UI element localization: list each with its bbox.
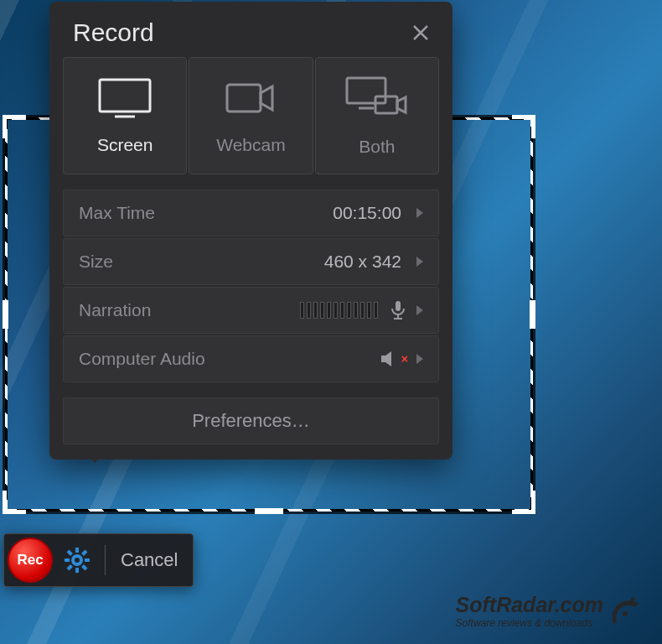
- svg-line-17: [68, 566, 72, 570]
- preferences-button[interactable]: Preferences…: [63, 397, 439, 444]
- svg-rect-0: [100, 80, 150, 112]
- recorder-toolbar: Rec Cancel: [3, 533, 194, 587]
- cancel-label: Cancel: [121, 549, 178, 570]
- source-webcam-label: Webcam: [216, 135, 285, 155]
- record-button[interactable]: Rec: [8, 538, 53, 583]
- capture-handle-bottom[interactable]: [255, 508, 283, 514]
- row-size[interactable]: Size 460 x 342: [63, 238, 439, 285]
- gear-icon: [63, 546, 91, 574]
- watermark-subtitle: Software reviews & downloads: [456, 617, 603, 629]
- size-value: 460 x 342: [324, 252, 401, 272]
- satellite-icon: [608, 594, 644, 629]
- narration-label: Narration: [79, 300, 151, 320]
- max-time-label: Max Time: [79, 203, 155, 223]
- capture-handle-left[interactable]: [3, 300, 8, 329]
- svg-rect-6: [396, 301, 401, 311]
- speaker-muted-icon: ×: [380, 351, 408, 367]
- chevron-right-icon: [416, 208, 423, 218]
- settings-button[interactable]: [59, 543, 95, 578]
- record-panel: Record Screen Webcam: [49, 2, 453, 460]
- both-icon: [344, 75, 411, 122]
- chevron-right-icon: [416, 305, 423, 315]
- close-button[interactable]: [411, 23, 431, 43]
- narration-levels: [300, 302, 378, 319]
- svg-line-14: [68, 551, 72, 555]
- chevron-right-icon: [416, 354, 423, 364]
- capture-corner-bl[interactable]: [3, 491, 26, 514]
- svg-rect-2: [227, 85, 261, 112]
- svg-line-16: [83, 551, 87, 555]
- capture-handle-right[interactable]: [530, 300, 535, 329]
- capture-corner-tl[interactable]: [3, 115, 26, 138]
- microphone-icon: [390, 300, 408, 320]
- source-webcam[interactable]: Webcam: [189, 57, 313, 174]
- row-max-time[interactable]: Max Time 00:15:00: [63, 190, 439, 236]
- capture-corner-br[interactable]: [512, 491, 535, 514]
- capture-corner-tr[interactable]: [512, 115, 535, 138]
- row-computer-audio[interactable]: Computer Audio ×: [63, 335, 439, 382]
- cancel-button[interactable]: Cancel: [116, 549, 183, 571]
- preferences-label: Preferences…: [192, 410, 310, 432]
- source-screen[interactable]: Screen: [63, 57, 187, 174]
- toolbar-divider: [105, 545, 106, 575]
- computer-audio-label: Computer Audio: [79, 349, 205, 369]
- source-screen-label: Screen: [97, 135, 153, 155]
- size-label: Size: [79, 252, 113, 272]
- panel-title: Record: [73, 18, 154, 47]
- max-time-value: 00:15:00: [333, 203, 401, 223]
- watermark: SoftRadar.com Software reviews & downloa…: [456, 593, 644, 629]
- svg-point-9: [73, 556, 81, 564]
- source-both-label: Both: [359, 137, 395, 157]
- row-narration[interactable]: Narration: [63, 287, 439, 334]
- watermark-title: SoftRadar.com: [456, 593, 603, 617]
- record-button-label: Rec: [17, 552, 43, 569]
- svg-point-19: [623, 611, 628, 616]
- svg-line-15: [83, 566, 87, 570]
- chevron-right-icon: [416, 257, 423, 267]
- svg-rect-3: [347, 78, 385, 103]
- webcam-icon: [220, 76, 281, 120]
- source-both[interactable]: Both: [315, 57, 439, 174]
- close-icon: [411, 23, 431, 43]
- screen-icon: [95, 76, 155, 120]
